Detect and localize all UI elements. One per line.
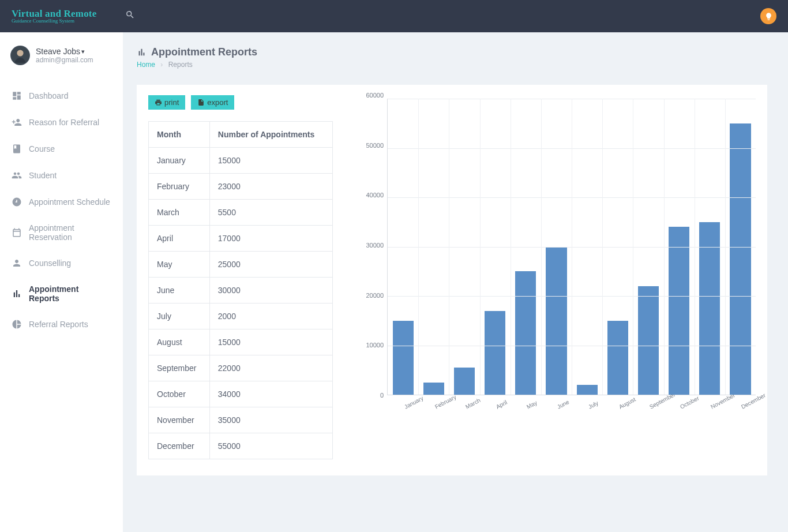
gridline-v <box>449 99 449 395</box>
sidebar-item-appointment-reports[interactable]: Appointment Reports <box>0 276 123 311</box>
brand-title: Virtual and Remote <box>12 9 96 18</box>
breadcrumb: Home › Reports <box>137 61 767 69</box>
col-month: Month <box>149 122 210 148</box>
sidebar-item-label: Appointment Reservation <box>29 223 111 242</box>
gridline-v <box>418 99 419 395</box>
report-card: print export Month Number of Appointment… <box>137 85 767 475</box>
x-label: April <box>495 399 508 410</box>
bar[interactable] <box>607 321 628 395</box>
chart-pane: 0100002000030000400005000060000 JanuaryF… <box>356 95 756 459</box>
y-tick: 20000 <box>366 292 384 299</box>
cell-month: August <box>149 329 210 355</box>
cell-month: February <box>149 174 210 200</box>
breadcrumb-current: Reports <box>168 61 193 69</box>
bar[interactable] <box>577 385 598 395</box>
cell-month: October <box>149 381 210 407</box>
sidebar-item-counselling[interactable]: Counselling <box>0 250 123 276</box>
table-row: September22000 <box>149 355 333 381</box>
cell-value: 23000 <box>209 174 332 200</box>
svg-point-1 <box>17 50 23 56</box>
x-label: January <box>403 395 425 410</box>
x-label: February <box>434 394 457 410</box>
sidebar-item-label: Referral Reports <box>29 320 88 329</box>
cell-value: 15000 <box>209 148 332 174</box>
cell-month: April <box>149 226 210 252</box>
bar[interactable] <box>515 271 536 395</box>
export-button[interactable]: export <box>191 95 234 110</box>
cell-month: July <box>149 304 210 329</box>
table-row: June30000 <box>149 278 333 304</box>
bar[interactable] <box>546 247 566 395</box>
cell-value: 25000 <box>209 252 332 278</box>
table-row: December55000 <box>149 433 333 459</box>
pie-chart-icon <box>12 319 22 329</box>
appointments-table: Month Number of Appointments January1500… <box>148 121 333 459</box>
counselling-icon <box>12 258 22 268</box>
print-button[interactable]: print <box>148 95 185 110</box>
user-email: admin@gmail.com <box>36 56 93 64</box>
page-title: Appointment Reports <box>137 46 767 58</box>
bar[interactable] <box>485 311 505 395</box>
table-row: March5500 <box>149 200 333 226</box>
sidebar-item-dashboard[interactable]: Dashboard <box>0 83 123 109</box>
bar[interactable] <box>638 286 659 395</box>
page-header: Appointment Reports Home › Reports <box>137 44 767 74</box>
sidebar-item-label: Appointment Schedule <box>29 197 110 207</box>
col-num: Number of Appointments <box>209 122 332 148</box>
x-label: July <box>587 400 599 410</box>
bar[interactable] <box>699 222 720 395</box>
y-tick: 10000 <box>366 342 384 349</box>
bar[interactable] <box>393 321 414 395</box>
sidebar-item-appointment-reservation[interactable]: Appointment Reservation <box>0 215 123 250</box>
gridline-v <box>664 99 665 395</box>
x-label: June <box>556 399 570 410</box>
sidebar-item-reason-for-referral[interactable]: Reason for Referral <box>0 109 123 136</box>
y-axis: 0100002000030000400005000060000 <box>356 95 387 395</box>
x-label: December <box>740 392 767 410</box>
x-label: August <box>618 396 637 410</box>
table-row: January15000 <box>149 148 333 174</box>
clock-icon <box>12 197 22 207</box>
gridline-v <box>695 99 695 395</box>
sidebar-item-label: Course <box>29 144 55 153</box>
cell-value: 15000 <box>209 329 332 355</box>
cell-value: 35000 <box>209 407 332 433</box>
cell-month: May <box>149 252 210 278</box>
cell-value: 30000 <box>209 278 332 304</box>
sidebar-item-course[interactable]: Course <box>0 136 123 162</box>
sidebar: Steave Jobs▾ admin@gmail.com DashboardRe… <box>0 32 123 532</box>
bar[interactable] <box>730 123 751 395</box>
search-icon[interactable] <box>125 10 135 23</box>
topbar: Virtual and Remote Guidance Counselling … <box>0 0 788 32</box>
cell-month: September <box>149 355 210 381</box>
table-row: November35000 <box>149 407 333 433</box>
breadcrumb-home[interactable]: Home <box>137 61 155 69</box>
sidebar-item-referral-reports[interactable]: Referral Reports <box>0 311 123 338</box>
user-name: Steave Jobs▾ <box>36 47 93 56</box>
cell-month: January <box>149 148 210 174</box>
x-label: October <box>679 395 700 410</box>
topbar-left: Virtual and Remote Guidance Counselling … <box>12 9 135 24</box>
gridline-v <box>633 99 633 395</box>
topbar-avatar[interactable] <box>760 8 776 24</box>
chevron-down-icon: ▾ <box>81 48 85 55</box>
bar[interactable] <box>454 368 475 395</box>
bar[interactable] <box>423 383 444 395</box>
brand-subtitle: Guidance Counselling System <box>12 18 96 24</box>
bar[interactable] <box>669 227 689 395</box>
user-block[interactable]: Steave Jobs▾ admin@gmail.com <box>0 46 123 76</box>
person-plus-icon <box>12 117 22 128</box>
table-header-row: Month Number of Appointments <box>149 122 333 148</box>
cell-month: June <box>149 278 210 304</box>
action-buttons: print export <box>148 95 333 110</box>
gridline-v <box>725 99 726 395</box>
table-row: October34000 <box>149 381 333 407</box>
sidebar-item-label: Student <box>29 171 57 180</box>
cell-month: March <box>149 200 210 226</box>
gridline-v <box>480 99 481 395</box>
cell-month: November <box>149 407 210 433</box>
sidebar-item-appointment-schedule[interactable]: Appointment Schedule <box>0 189 123 215</box>
people-icon <box>12 170 22 181</box>
sidebar-item-student[interactable]: Student <box>0 162 123 189</box>
table-row: May25000 <box>149 252 333 278</box>
